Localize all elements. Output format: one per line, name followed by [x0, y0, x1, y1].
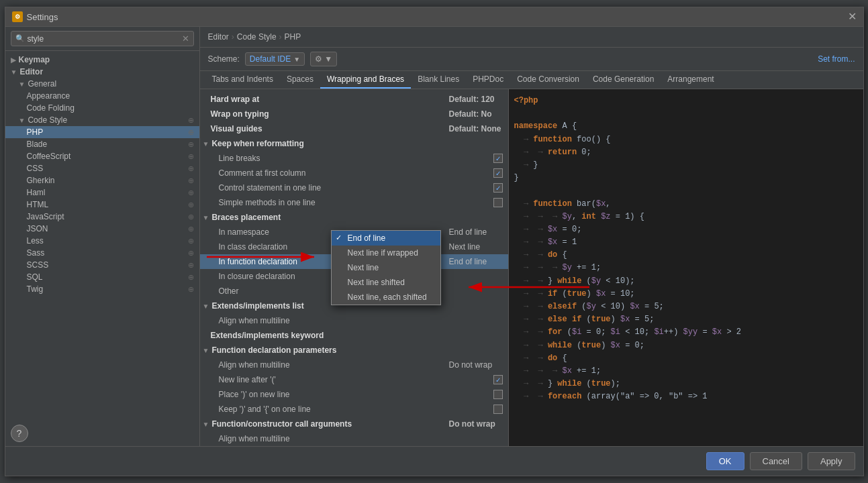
expand-icon[interactable]: ▼ [203, 421, 209, 428]
copy-icon[interactable]: ⊕ [188, 225, 194, 233]
sidebar-item-javascript[interactable]: JavaScript ⊕ [5, 211, 199, 223]
close-button[interactable]: ✕ [848, 11, 857, 22]
setting-label: Control statement in one line [219, 183, 493, 193]
setting-func-place-close[interactable]: Place ')' on new line [200, 387, 508, 402]
code-token: $x [620, 313, 630, 326]
code-token: → → [514, 249, 548, 262]
copy-icon[interactable]: ⊕ [188, 164, 194, 173]
sidebar-item-twig[interactable]: Twig ⊕ [5, 283, 199, 295]
setting-call-align[interactable]: Align when multiline [200, 431, 508, 446]
breadcrumb-sep2: › [279, 32, 282, 42]
copy-icon[interactable]: ⊕ [188, 116, 194, 125]
tab-code-generation[interactable]: Code Generation [586, 71, 661, 89]
code-token: function [533, 198, 572, 211]
sidebar-item-label: Gherkin [27, 176, 55, 185]
setting-comment-first-col[interactable]: Comment at first column ✓ [200, 166, 508, 180]
tab-arrangement[interactable]: Arrangement [661, 71, 720, 89]
copy-icon[interactable]: ⊕ [188, 201, 194, 209]
sidebar-item-gherkin[interactable]: Gherkin ⊕ [5, 174, 199, 186]
tab-code-conversion[interactable]: Code Conversion [510, 71, 586, 89]
code-token: ( [581, 275, 591, 288]
dropdown-item-end-of-line[interactable]: End of line [332, 231, 440, 246]
help-button[interactable]: ? [11, 425, 28, 442]
tab-blank-lines[interactable]: Blank Lines [411, 71, 466, 89]
checkbox-line-breaks[interactable]: ✓ [493, 154, 503, 163]
scheme-select[interactable]: Default IDE ▼ [245, 52, 305, 66]
copy-icon[interactable]: ⊕ [188, 176, 194, 185]
sidebar-item-blade[interactable]: Blade ⊕ [5, 138, 199, 150]
expand-icon[interactable]: ▼ [203, 347, 209, 354]
sidebar-item-less[interactable]: Less ⊕ [5, 235, 199, 247]
copy-icon[interactable]: ⊕ [188, 261, 194, 270]
code-line: → function bar($x, [514, 198, 858, 211]
ok-button[interactable]: OK [706, 452, 744, 470]
tab-spaces[interactable]: Spaces [280, 71, 320, 89]
sidebar-item-general[interactable]: ▼ General [5, 78, 199, 90]
sidebar-item-coffeescript[interactable]: CoffeeScript ⊕ [5, 150, 199, 162]
expand-icon[interactable]: ▼ [203, 140, 209, 148]
copy-icon[interactable]: ⊕ [188, 237, 194, 246]
dropdown-item-next-line-wrapped[interactable]: Next line if wrapped [332, 246, 440, 260]
checkbox-control-one-line[interactable]: ✓ [493, 183, 503, 193]
scheme-gear-button[interactable]: ⚙ ▼ [310, 52, 337, 66]
tab-tabs-indents[interactable]: Tabs and Indents [205, 71, 280, 89]
sidebar-item-json[interactable]: JSON ⊕ [5, 223, 199, 235]
code-token: ) [601, 339, 610, 352]
sidebar-item-html[interactable]: HTML ⊕ [5, 199, 199, 211]
code-token: $i [611, 326, 620, 339]
copy-icon[interactable]: ⊕ [188, 213, 194, 221]
scheme-row: Scheme: Default IDE ▼ ⚙ ▼ Set from... [200, 48, 863, 71]
dropdown-item-next-line[interactable]: Next line [332, 260, 440, 275]
expand-icon[interactable]: ▼ [203, 303, 209, 310]
sidebar-item-php[interactable]: PHP ⊕ [5, 126, 199, 138]
copy-icon[interactable]: ⊕ [188, 285, 194, 294]
sidebar-item-haml[interactable]: Haml ⊕ [5, 186, 199, 199]
cancel-button[interactable]: Cancel [750, 452, 802, 470]
code-token: $x [611, 339, 620, 352]
clear-icon[interactable]: ✕ [182, 34, 189, 44]
checkbox-simple-methods[interactable] [493, 198, 503, 207]
code-token: > 2 [722, 326, 741, 339]
checkbox-func-new-line[interactable]: ✓ [493, 375, 503, 384]
search-input[interactable] [28, 34, 179, 44]
setting-func-new-line[interactable]: New line after '(' ✓ [200, 372, 508, 387]
sidebar-item-label: Editor [19, 67, 43, 76]
setting-line-breaks[interactable]: Line breaks ✓ [200, 151, 508, 166]
sidebar-item-editor[interactable]: ▼ Editor [5, 66, 199, 78]
setting-func-keep-close[interactable]: Keep ')' and '{' on one line [200, 402, 508, 417]
code-token: = 1) { [611, 211, 644, 223]
copy-icon[interactable]: ⊕ [188, 140, 194, 149]
dropdown-item-next-line-shifted[interactable]: Next line shifted [332, 275, 440, 290]
tab-phpdoc[interactable]: PHPDoc [466, 71, 510, 89]
copy-icon[interactable]: ⊕ [188, 152, 194, 161]
sidebar-item-scss[interactable]: SCSS ⊕ [5, 259, 199, 271]
sidebar-item-appearance[interactable]: Appearance [5, 90, 199, 102]
setting-extends-align[interactable]: Align when multiline [200, 313, 508, 328]
breadcrumb: Editor › Code Style › PHP [200, 27, 863, 48]
checkbox-func-place-close[interactable] [493, 390, 503, 399]
tab-wrapping[interactable]: Wrapping and Braces [320, 71, 411, 89]
expand-icon[interactable]: ▼ [203, 214, 209, 221]
sidebar-item-css[interactable]: CSS ⊕ [5, 162, 199, 174]
sidebar-item-code-folding[interactable]: Code Folding [5, 102, 199, 114]
sidebar-item-sql[interactable]: SQL ⊕ [5, 271, 199, 283]
dropdown-item-next-line-each-shifted[interactable]: Next line, each shifted [332, 290, 440, 305]
copy-icon[interactable]: ⊕ [188, 189, 194, 197]
setting-value: Default: 120 [449, 95, 503, 104]
copy-icon[interactable]: ⊕ [188, 273, 194, 282]
copy-icon[interactable]: ⊕ [188, 128, 194, 137]
code-token: → → → [514, 211, 563, 223]
setting-control-one-line[interactable]: Control statement in one line ✓ [200, 180, 508, 195]
checkbox-comment-first-col[interactable]: ✓ [493, 168, 503, 178]
code-token: → [514, 133, 534, 146]
set-from-link[interactable]: Set from... [818, 54, 855, 64]
code-token: → → [514, 236, 548, 249]
apply-button[interactable]: Apply [808, 452, 855, 470]
copy-icon[interactable]: ⊕ [188, 249, 194, 258]
setting-func-align[interactable]: Align when multiline Do not wrap [200, 358, 508, 372]
sidebar-item-keymap[interactable]: ▶ Keymap [5, 54, 199, 66]
sidebar-item-sass[interactable]: Sass ⊕ [5, 247, 199, 259]
setting-simple-methods[interactable]: Simple methods in one line [200, 195, 508, 210]
sidebar-item-code-style[interactable]: ▼ Code Style ⊕ [5, 114, 199, 126]
checkbox-func-keep-close[interactable] [493, 405, 503, 414]
